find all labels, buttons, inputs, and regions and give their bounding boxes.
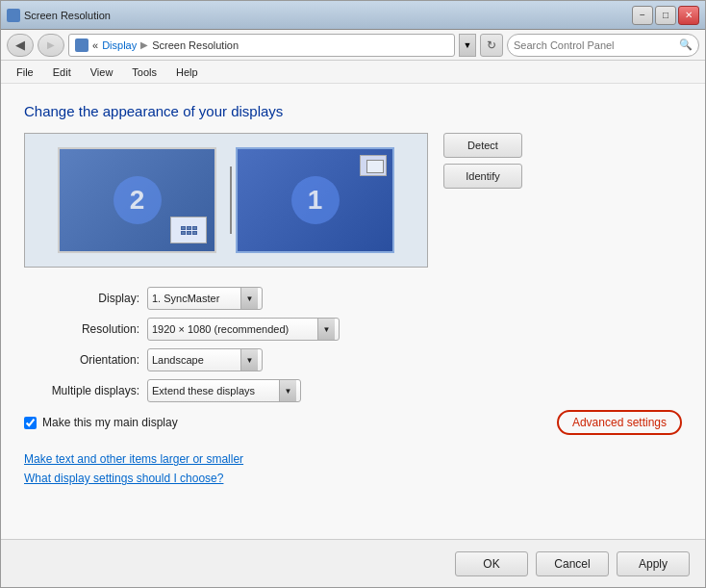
display-preview-area: 2 <box>24 133 682 268</box>
text-size-link[interactable]: Make text and other items larger or smal… <box>24 452 682 466</box>
resolution-dropdown[interactable]: 1920 × 1080 (recommended) ▼ <box>147 318 340 341</box>
page-title: Change the appearance of your displays <box>24 103 682 119</box>
breadcrumb-icon <box>75 38 88 52</box>
monitor-icon-row1 <box>181 226 197 230</box>
orientation-value: Landscape <box>152 354 204 366</box>
orientation-dropdown-arrow: ▼ <box>240 349 258 371</box>
icon-cell <box>187 231 191 235</box>
form-section: Display: 1. SyncMaster ▼ Resolution: 192… <box>24 287 682 435</box>
detect-buttons: Detect Identify <box>443 133 522 189</box>
title-bar-controls: − □ ✕ <box>632 6 699 25</box>
links-section: Make text and other items larger or smal… <box>24 452 682 485</box>
multiple-displays-row: Multiple displays: Extend these displays… <box>24 379 682 402</box>
monitor-1-label: 1 <box>291 176 340 224</box>
menu-edit[interactable]: Edit <box>45 64 79 80</box>
breadcrumb-prefix: « <box>92 39 98 51</box>
icon-cell <box>181 231 186 235</box>
breadcrumb-display-link[interactable]: Display <box>102 39 137 51</box>
menu-file[interactable]: File <box>9 64 41 80</box>
icon-cell <box>181 226 186 230</box>
detect-button[interactable]: Detect <box>443 133 522 158</box>
title-bar: Screen Resolution − □ ✕ <box>1 1 705 30</box>
multiple-dropdown-arrow: ▼ <box>279 380 296 401</box>
icon-cell <box>187 226 191 230</box>
multiple-label: Multiple displays: <box>24 384 139 397</box>
main-window: Screen Resolution − □ ✕ ◀ ▶ « Display ▶ … <box>0 0 706 588</box>
orientation-row: Orientation: Landscape ▼ <box>24 348 682 371</box>
ok-button[interactable]: OK <box>455 551 528 576</box>
monitor-1[interactable]: 1 <box>236 147 394 253</box>
icon-cell <box>192 226 197 230</box>
bottom-bar: OK Cancel Apply <box>1 539 705 587</box>
minimize-button[interactable]: − <box>632 6 653 25</box>
monitor-2-icon <box>170 217 207 243</box>
title-bar-left: Screen Resolution <box>7 9 111 22</box>
address-dropdown-btn[interactable]: ▼ <box>459 34 476 57</box>
monitor-2-label: 2 <box>113 176 162 224</box>
advanced-settings-link[interactable]: Advanced settings <box>557 410 682 435</box>
display-dropdown-arrow: ▼ <box>240 288 258 309</box>
back-button[interactable]: ◀ <box>7 34 34 57</box>
search-box: 🔍 <box>507 34 699 57</box>
monitor-preview: 2 <box>24 133 428 268</box>
breadcrumb-screen-resolution: Screen Resolution <box>152 39 239 51</box>
menu-bar: File Edit View Tools Help <box>1 61 705 84</box>
resolution-row: Resolution: 1920 × 1080 (recommended) ▼ <box>24 318 682 341</box>
main-display-checkbox[interactable] <box>24 417 37 429</box>
multiple-value: Extend these displays <box>152 385 255 396</box>
cancel-button[interactable]: Cancel <box>536 551 609 576</box>
display-value: 1. SyncMaster <box>152 293 219 304</box>
orientation-label: Orientation: <box>24 353 139 367</box>
refresh-button[interactable]: ↻ <box>480 34 503 57</box>
display-dropdown[interactable]: 1. SyncMaster ▼ <box>147 287 263 310</box>
monitor-icon-row2 <box>181 231 197 235</box>
orientation-dropdown[interactable]: Landscape ▼ <box>147 348 263 371</box>
close-button[interactable]: ✕ <box>678 6 699 25</box>
window-icon <box>7 9 20 22</box>
monitor-1-icon-inner <box>366 160 384 173</box>
window-title: Screen Resolution <box>24 10 111 21</box>
address-bar: ◀ ▶ « Display ▶ Screen Resolution ▼ ↻ 🔍 <box>1 30 705 61</box>
resolution-label: Resolution: <box>24 322 139 336</box>
display-label: Display: <box>24 292 139 305</box>
forward-button[interactable]: ▶ <box>38 34 64 57</box>
search-icon: 🔍 <box>679 38 693 51</box>
monitor-gap <box>226 134 236 267</box>
identify-button[interactable]: Identify <box>443 164 522 189</box>
monitor-1-icon <box>360 155 387 176</box>
display-settings-link[interactable]: What display settings should I choose? <box>24 472 682 485</box>
menu-help[interactable]: Help <box>168 64 206 80</box>
search-input[interactable] <box>514 39 675 51</box>
main-display-row: Make this my main display <box>24 416 178 429</box>
monitor-divider <box>230 166 232 234</box>
resolution-dropdown-arrow: ▼ <box>317 319 335 340</box>
multiple-displays-dropdown[interactable]: Extend these displays ▼ <box>147 379 301 402</box>
breadcrumb-sep1: ▶ <box>140 39 148 50</box>
main-display-label: Make this my main display <box>42 416 178 429</box>
apply-button[interactable]: Apply <box>617 551 690 576</box>
content-area: Change the appearance of your displays 2 <box>1 84 705 539</box>
menu-tools[interactable]: Tools <box>124 64 164 80</box>
menu-view[interactable]: View <box>83 64 121 80</box>
resolution-value: 1920 × 1080 (recommended) <box>152 323 289 335</box>
monitor-2[interactable]: 2 <box>58 147 216 253</box>
display-row: Display: 1. SyncMaster ▼ <box>24 287 682 310</box>
advanced-area: Make this my main display Advanced setti… <box>24 410 682 435</box>
breadcrumb: « Display ▶ Screen Resolution <box>68 34 455 57</box>
icon-cell <box>192 231 197 235</box>
maximize-button[interactable]: □ <box>655 6 676 25</box>
